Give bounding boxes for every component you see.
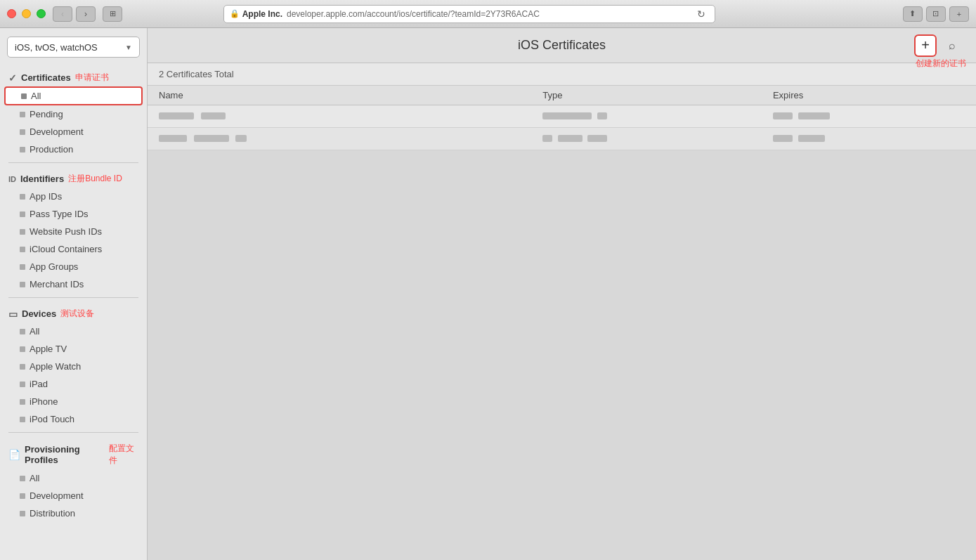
sidebar-item-all-devices[interactable]: All xyxy=(0,323,147,340)
blurred-text xyxy=(773,135,793,142)
blurred-text xyxy=(235,135,247,142)
identifiers-label: Identifiers xyxy=(20,174,64,184)
devices-section-header: ▭ Devices 测试设备 xyxy=(0,302,147,323)
titlebar-right-actions: ⬆ ⊡ + xyxy=(903,6,969,22)
share-button[interactable]: ⬆ xyxy=(903,6,923,22)
bullet-icon xyxy=(20,382,25,387)
all-label: All xyxy=(31,91,41,101)
sidebar-toggle-button[interactable]: + xyxy=(949,6,969,22)
certificates-chinese-label: 申请证书 xyxy=(75,72,109,84)
certificates-icon: ✓ xyxy=(8,72,17,84)
sidebar-item-development[interactable]: Development xyxy=(0,123,147,141)
blurred-text xyxy=(798,135,825,142)
sidebar-item-dev-profiles[interactable]: Development xyxy=(0,487,147,504)
blurred-text xyxy=(194,135,229,142)
sidebar-item-dist-profiles[interactable]: Distribution xyxy=(0,504,147,522)
bullet-icon xyxy=(20,493,25,499)
ipad-label: iPad xyxy=(30,379,48,389)
main-header: iOS Certificates + ⌕ 创建新的证书 xyxy=(148,28,976,63)
blurred-text xyxy=(542,135,552,142)
cert-count: 2 Certificates Total xyxy=(159,69,234,79)
divider xyxy=(8,432,138,433)
sidebar-item-app-groups[interactable]: App Groups xyxy=(0,258,147,275)
table-row[interactable] xyxy=(148,128,976,150)
provisioning-section-header: 📄 Provisioning Profiles 配置文件 xyxy=(0,437,147,469)
sidebar-item-ipad[interactable]: iPad xyxy=(0,375,147,393)
sidebar-item-all-profiles[interactable]: All xyxy=(0,469,147,487)
col-name-header: Name xyxy=(159,90,542,100)
url-company: Apple Inc. xyxy=(242,9,282,19)
pass-type-ids-label: Pass Type IDs xyxy=(30,209,89,219)
blurred-text xyxy=(798,112,830,119)
blurred-text xyxy=(542,112,592,119)
blurred-text xyxy=(773,112,793,119)
browser-body: iOS, tvOS, watchOS ▼ ✓ Certificates 申请证书… xyxy=(0,28,976,560)
sidebar-item-production[interactable]: Production xyxy=(0,141,147,158)
devices-icon: ▭ xyxy=(8,308,18,320)
bullet-icon xyxy=(20,476,25,481)
chevron-down-icon: ▼ xyxy=(125,44,132,51)
certificates-label: Certificates xyxy=(21,72,71,83)
cert-type-1 xyxy=(542,111,773,122)
search-button[interactable]: ⌕ xyxy=(942,36,962,56)
window-layout-button[interactable]: ⊞ xyxy=(103,6,122,22)
reload-button[interactable]: ↻ xyxy=(694,6,709,22)
devices-label: Devices xyxy=(22,308,56,319)
app-ids-label: App IDs xyxy=(30,191,62,202)
maximize-button[interactable] xyxy=(37,9,46,18)
development-label: Development xyxy=(30,126,84,137)
url-path: developer.apple.com/account/ios/certific… xyxy=(287,9,540,19)
pending-label: Pending xyxy=(30,109,63,119)
bullet-icon xyxy=(20,211,25,217)
icloud-containers-label: iCloud Containers xyxy=(30,244,102,254)
bullet-icon xyxy=(20,364,25,370)
sidebar-item-pass-type-ids[interactable]: Pass Type IDs xyxy=(0,205,147,223)
cert-name-1 xyxy=(159,111,542,122)
sidebar-item-icloud-containers[interactable]: iCloud Containers xyxy=(0,240,147,258)
sidebar-item-pending[interactable]: Pending xyxy=(0,105,147,123)
bullet-icon xyxy=(21,93,27,99)
certificates-section-header: ✓ Certificates 申请证书 xyxy=(0,66,147,86)
divider xyxy=(8,297,138,298)
create-certificate-label: 创建新的证书 xyxy=(916,58,966,70)
sidebar-item-apple-tv[interactable]: Apple TV xyxy=(0,340,147,358)
col-type-header: Type xyxy=(542,90,773,100)
sidebar-item-iphone[interactable]: iPhone xyxy=(0,393,147,410)
iphone-label: iPhone xyxy=(30,396,58,407)
bullet-icon xyxy=(20,247,25,252)
sidebar-item-apple-watch[interactable]: Apple Watch xyxy=(0,358,147,375)
close-button[interactable] xyxy=(7,9,16,18)
platform-dropdown[interactable]: iOS, tvOS, watchOS ▼ xyxy=(7,37,140,58)
production-label: Production xyxy=(30,144,73,155)
identifiers-icon: ID xyxy=(8,175,16,183)
add-certificate-button[interactable]: + xyxy=(914,34,937,57)
provisioning-label: Provisioning Profiles xyxy=(25,444,105,465)
sidebar-item-all[interactable]: All xyxy=(4,86,143,105)
tab-button[interactable]: ⊡ xyxy=(926,6,946,22)
blurred-text xyxy=(201,112,226,119)
sidebar-item-website-push-ids[interactable]: Website Push IDs xyxy=(0,223,147,240)
table-row[interactable] xyxy=(148,105,976,128)
navigation-arrows: ‹ › xyxy=(53,6,96,22)
minimize-button[interactable] xyxy=(22,9,31,18)
cert-expires-2 xyxy=(773,134,965,144)
sidebar-item-app-ids[interactable]: App IDs xyxy=(0,188,147,205)
forward-button[interactable]: › xyxy=(76,6,96,22)
divider xyxy=(8,162,138,163)
back-button[interactable]: ‹ xyxy=(53,6,72,22)
blurred-text xyxy=(159,112,194,119)
bullet-icon xyxy=(20,282,25,287)
app-groups-label: App Groups xyxy=(30,261,78,272)
bullet-icon xyxy=(20,511,25,516)
bullet-icon xyxy=(20,329,25,334)
bullet-icon xyxy=(20,399,25,405)
content-area: 2 Certificates Total Name Type Expires xyxy=(148,63,976,560)
address-bar[interactable]: 🔒 Apple Inc. developer.apple.com/account… xyxy=(223,5,715,23)
provisioning-chinese-label: 配置文件 xyxy=(109,443,138,467)
cert-type-2 xyxy=(542,134,773,144)
bullet-icon xyxy=(20,229,25,235)
cert-name-2 xyxy=(159,134,542,144)
sidebar-item-merchant-ids[interactable]: Merchant IDs xyxy=(0,275,147,293)
sidebar-item-ipod-touch[interactable]: iPod Touch xyxy=(0,410,147,428)
dev-profiles-label: Development xyxy=(30,490,84,501)
